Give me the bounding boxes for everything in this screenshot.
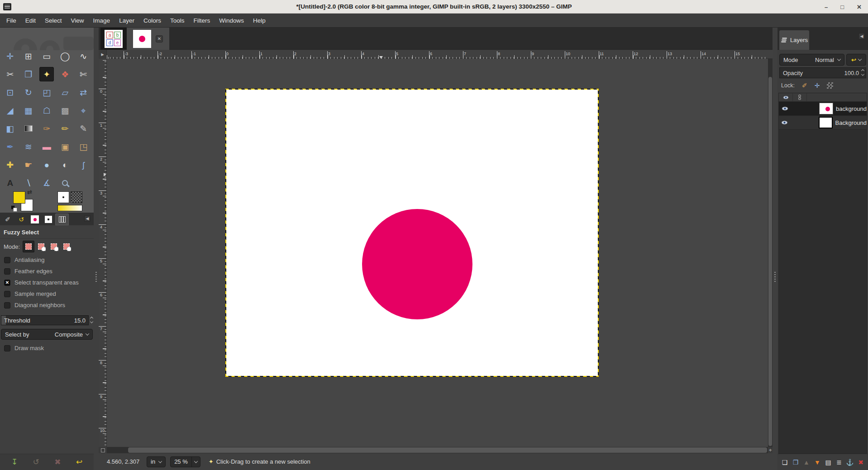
visibility-eye-icon[interactable] [779,106,791,111]
horizontal-scrollbar-thumb[interactable] [128,447,767,453]
collapse-dock-icon[interactable]: ◀ [84,215,91,222]
checkbox-draw-mask[interactable] [4,345,10,351]
lock-alpha-icon[interactable] [827,82,833,89]
menu-view[interactable]: View [67,14,89,27]
navigation-button[interactable]: ✛ [768,447,773,453]
tool-flip[interactable]: ⇄ [76,85,91,100]
tool-free-select[interactable]: ∿ [76,49,91,63]
tool-shear[interactable]: ▱ [58,85,72,100]
menu-tools[interactable]: Tools [166,14,189,27]
unit-dropdown[interactable]: in [147,456,166,467]
tool-pencil[interactable]: ✏ [58,121,72,136]
option-diagonal-neighbors[interactable]: Diagonal neighbors [0,299,94,311]
layer-row-background[interactable]: Background [779,116,867,130]
select-by-dropdown[interactable]: Select by Composite [1,329,93,340]
default-colors-icon[interactable] [11,205,16,211]
delete-layer-button[interactable]: ✖ [856,457,866,467]
tool-blur-sharpen[interactable]: ● [39,157,54,172]
image-tab-2-active[interactable]: ✕ [127,28,169,50]
checkbox-diagonal-neighbors[interactable] [4,302,10,309]
dock-tab-history[interactable]: ↺ [14,214,28,225]
quick-mask-toggle[interactable] [99,447,107,453]
tool-alignment[interactable]: ⊞ [21,49,36,63]
vertical-scrollbar[interactable] [768,59,773,447]
tool-warp-transform[interactable]: ▩ [58,103,72,118]
tool-fuzzy-select[interactable]: ✦ [39,67,54,81]
maximize-button[interactable]: □ [840,4,844,10]
tool-ellipse-select[interactable]: ◯ [58,49,72,63]
swap-colors-icon[interactable]: ⇄ [27,189,32,195]
dock-tab-tool-options[interactable] [55,214,69,225]
checkbox-feather-edges[interactable] [4,268,10,275]
menu-image[interactable]: Image [89,14,115,27]
lock-pixels-icon[interactable]: ✐ [802,82,807,89]
vertical-scrollbar-thumb[interactable] [768,77,772,446]
tool-smudge[interactable]: ☛ [21,157,36,172]
tool-scale[interactable]: ◰ [39,85,54,100]
option-sample-merged[interactable]: Sample merged [0,288,94,299]
opacity-spinner[interactable] [862,70,864,76]
tool-transform-3d[interactable]: ▦ [21,103,36,118]
checkbox-antialiasing[interactable] [4,257,10,263]
threshold-spinner[interactable] [91,317,93,323]
tool-crop[interactable]: ✄ [76,67,91,81]
selection-mode-subtract[interactable] [48,241,60,252]
tool-eraser[interactable]: ▬ [39,139,54,154]
tool-move[interactable]: ✛ [3,49,17,63]
close-tab-icon[interactable]: ✕ [156,35,163,43]
horizontal-ruler[interactable]: -3-2-10123456789101112131415 [107,50,767,59]
minimize-button[interactable]: – [825,4,828,10]
tool-paintbrush[interactable]: ✑ [39,121,54,136]
checkbox-sample-merged[interactable] [4,291,10,297]
tool-bucket-fill[interactable]: ◧ [3,121,17,136]
menu-edit[interactable]: Edit [21,14,40,27]
selection-mode-replace[interactable] [23,241,34,252]
tool-foreground-select[interactable]: ❐ [21,67,36,81]
opacity-slider[interactable]: Opacity 100.0 [779,67,866,78]
tool-paths[interactable]: ʃ [76,157,91,172]
dock-tab-image-thumbnail-2[interactable] [42,214,55,225]
panel-resize-handle-left[interactable] [94,28,99,470]
tool-perspective[interactable]: ◢ [3,103,17,118]
duplicate-layer-button[interactable]: ▤ [823,457,833,467]
tool-dodge-burn[interactable]: ◐ [58,157,72,172]
tool-unified-transform[interactable]: ⊡ [3,85,17,100]
option-antialiasing[interactable]: Antialiasing [0,254,94,266]
canvas-viewport[interactable] [107,59,768,447]
tool-cage-transform[interactable]: ☖ [39,103,54,118]
new-layer-button[interactable]: ❏ [780,457,790,467]
pattern-preview[interactable] [71,191,82,203]
titlebar[interactable]: *[Untitled]-2.0 (RGB color 8-bit gamma i… [0,0,868,14]
lower-layer-button[interactable]: ▼ [812,457,822,467]
menu-windows[interactable]: Windows [215,14,248,27]
horizontal-scrollbar[interactable] [107,447,768,453]
merge-down-layer-button[interactable]: ≣ [834,457,844,467]
tool-handle-transform[interactable]: ⌖ [76,103,91,118]
option-draw-mask[interactable]: Draw mask [0,342,94,354]
menu-select[interactable]: Select [40,14,67,27]
ruler-corner-button[interactable]: ▶ [99,50,107,59]
canvas-page[interactable] [225,89,599,377]
lock-position-icon[interactable]: ✛ [815,82,820,89]
tool-gradient[interactable] [21,121,36,136]
image-tab-1[interactable]: abde [100,28,127,50]
zoom-combo[interactable]: 25 % [170,456,200,467]
checkbox-select-transparent-areas[interactable]: ✕ [4,280,10,286]
layer-mode-dropdown[interactable]: Mode Normal [779,54,844,66]
panel-resize-handle-right[interactable] [773,28,777,470]
foreground-color-swatch[interactable] [13,191,25,204]
menu-layer[interactable]: Layer [114,14,139,27]
close-button[interactable]: ✕ [857,4,862,10]
menu-colors[interactable]: Colors [139,14,166,27]
new-layer-group-button[interactable]: ❐ [791,457,801,467]
option-feather-edges[interactable]: Feather edges [0,266,94,277]
tab-layers[interactable]: Layers [779,30,809,50]
collapse-dock-icon[interactable]: ◀ [858,33,865,39]
threshold-slider[interactable]: Threshold 15.0 [1,315,89,325]
tool-scissors-select[interactable]: ✂ [3,67,17,81]
tool-rotate[interactable]: ↻ [21,85,36,100]
zoom-dropdown-button[interactable] [191,457,200,467]
brush-preview[interactable] [57,191,69,203]
menu-help[interactable]: Help [248,14,270,27]
tool-perspective-clone[interactable]: ◳ [76,139,91,154]
